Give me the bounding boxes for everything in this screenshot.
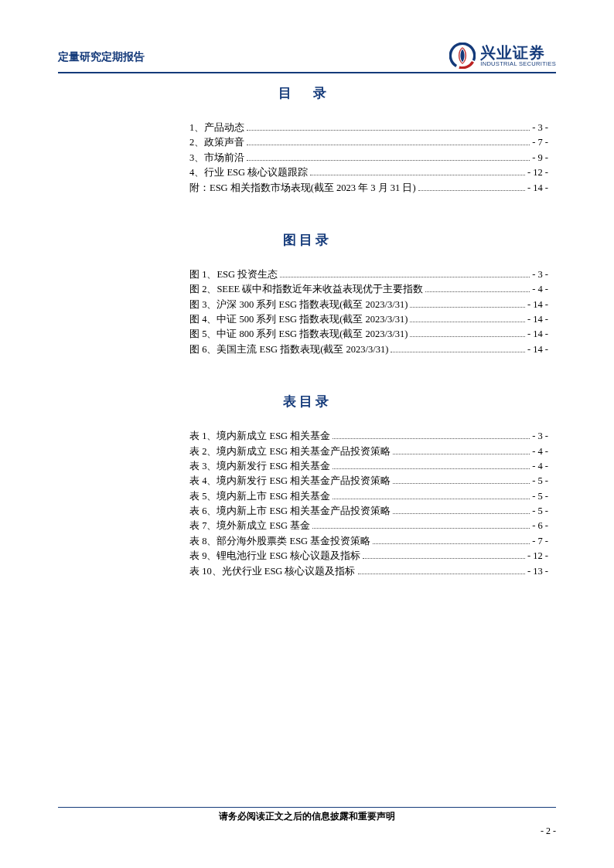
- table-item[interactable]: 表 7、境外新成立 ESG 基金- 6 -: [189, 519, 548, 533]
- figure-label: 图 5、中证 800 系列 ESG 指数表现(截至 2023/3/31): [189, 327, 408, 342]
- header-divider: [58, 72, 556, 73]
- toc-leader-dots: [410, 336, 525, 337]
- table-page: - 12 -: [527, 549, 548, 563]
- toc-leader-dots: [393, 513, 530, 514]
- page-number: - 2 -: [58, 825, 556, 837]
- toc-leader-dots: [312, 528, 530, 529]
- figure-item[interactable]: 图 2、SEEE 碳中和指数近年来收益表现优于主要指数- 4 -: [189, 282, 548, 297]
- table-label: 表 10、光伏行业 ESG 核心议题及指标: [189, 564, 356, 579]
- table-page: - 6 -: [532, 519, 548, 533]
- toc-list: 1、产品动态- 3 - 2、政策声音- 7 - 3、市场前沿- 9 - 4、行业…: [189, 121, 548, 196]
- toc-leader-dots: [333, 499, 530, 499]
- tables-heading: 表目录: [58, 393, 556, 410]
- toc-heading: 目 录: [58, 84, 556, 102]
- table-label: 表 9、锂电池行业 ESG 核心议题及指标: [189, 549, 360, 563]
- figure-page: - 3 -: [532, 267, 548, 282]
- toc-leader-dots: [393, 483, 530, 484]
- toc-leader-dots: [333, 468, 530, 469]
- toc-leader-dots: [247, 145, 530, 145]
- table-item[interactable]: 表 10、光伏行业 ESG 核心议题及指标- 13 -: [189, 564, 548, 579]
- toc-leader-dots: [393, 454, 530, 454]
- toc-leader-dots: [373, 543, 530, 544]
- toc-leader-dots: [310, 175, 525, 175]
- toc-page: - 14 -: [527, 181, 548, 196]
- toc-leader-dots: [363, 558, 525, 559]
- table-label: 表 8、部分海外股票类 ESG 基金投资策略: [189, 534, 370, 549]
- table-page: - 5 -: [532, 474, 548, 488]
- header: 定量研究定期报告 兴业证券 INDUSTRIAL SECURITIES: [58, 43, 556, 69]
- logo-text: 兴业证券 INDUSTRIAL SECURITIES: [480, 45, 556, 67]
- table-label: 表 3、境内新发行 ESG 相关基金: [189, 459, 330, 474]
- table-page: - 7 -: [532, 534, 548, 549]
- figure-page: - 14 -: [527, 298, 548, 312]
- toc-item[interactable]: 2、政策声音- 7 -: [189, 135, 548, 150]
- toc-leader-dots: [247, 130, 530, 131]
- page-footer: 请务必阅读正文之后的信息披露和重要声明 - 2 -: [58, 807, 556, 837]
- table-label: 表 7、境外新成立 ESG 基金: [189, 519, 310, 533]
- toc-page: - 9 -: [532, 151, 548, 165]
- figure-label: 图 6、美国主流 ESG 指数表现(截至 2023/3/31): [189, 342, 388, 357]
- table-page: - 13 -: [527, 564, 548, 579]
- figure-item[interactable]: 图 3、沪深 300 系列 ESG 指数表现(截至 2023/3/31)- 14…: [189, 298, 548, 312]
- footer-divider: [58, 807, 556, 808]
- figure-page: - 14 -: [527, 327, 548, 342]
- figure-label: 图 2、SEEE 碳中和指数近年来收益表现优于主要指数: [189, 282, 423, 297]
- figure-item[interactable]: 图 5、中证 800 系列 ESG 指数表现(截至 2023/3/31)- 14…: [189, 327, 548, 342]
- table-label: 表 5、境内新上市 ESG 相关基金: [189, 489, 330, 504]
- toc-leader-dots: [410, 307, 525, 308]
- table-label: 表 2、境内新成立 ESG 相关基金产品投资策略: [189, 444, 391, 459]
- toc-page: - 7 -: [532, 135, 548, 150]
- toc-leader-dots: [425, 291, 530, 292]
- logo-chinese: 兴业证券: [480, 45, 556, 61]
- figure-item[interactable]: 图 1、ESG 投资生态- 3 -: [189, 267, 548, 282]
- toc-item[interactable]: 3、市场前沿- 9 -: [189, 151, 548, 165]
- toc-page: - 3 -: [532, 121, 548, 135]
- figure-page: - 14 -: [527, 312, 548, 327]
- figure-label: 图 4、中证 500 系列 ESG 指数表现(截至 2023/3/31): [189, 312, 408, 327]
- tables-list: 表 1、境内新成立 ESG 相关基金- 3 - 表 2、境内新成立 ESG 相关…: [189, 429, 548, 579]
- table-item[interactable]: 表 3、境内新发行 ESG 相关基金- 4 -: [189, 459, 548, 474]
- figure-label: 图 3、沪深 300 系列 ESG 指数表现(截至 2023/3/31): [189, 298, 408, 312]
- toc-leader-dots: [410, 322, 525, 322]
- toc-label: 4、行业 ESG 核心议题跟踪: [189, 165, 308, 180]
- table-item[interactable]: 表 4、境内新发行 ESG 相关基金产品投资策略- 5 -: [189, 474, 548, 488]
- disclaimer-text: 请务必阅读正文之后的信息披露和重要声明: [58, 811, 556, 822]
- figure-page: - 14 -: [527, 342, 548, 357]
- table-item[interactable]: 表 5、境内新上市 ESG 相关基金- 5 -: [189, 489, 548, 504]
- table-page: - 5 -: [532, 504, 548, 519]
- doc-type-label: 定量研究定期报告: [58, 50, 145, 69]
- figure-item[interactable]: 图 4、中证 500 系列 ESG 指数表现(截至 2023/3/31)- 14…: [189, 312, 548, 327]
- figure-page: - 4 -: [532, 282, 548, 297]
- figures-heading: 图目录: [58, 231, 556, 249]
- table-page: - 3 -: [532, 429, 548, 444]
- table-page: - 4 -: [532, 459, 548, 474]
- table-item[interactable]: 表 9、锂电池行业 ESG 核心议题及指标- 12 -: [189, 549, 548, 563]
- table-page: - 4 -: [532, 444, 548, 459]
- toc-leader-dots: [333, 438, 530, 439]
- toc-label: 3、市场前沿: [189, 151, 244, 165]
- logo-swirl-icon: [449, 43, 476, 69]
- figure-item[interactable]: 图 6、美国主流 ESG 指数表现(截至 2023/3/31)- 14 -: [189, 342, 548, 357]
- toc-item[interactable]: 1、产品动态- 3 -: [189, 121, 548, 135]
- toc-item[interactable]: 4、行业 ESG 核心议题跟踪- 12 -: [189, 165, 548, 180]
- table-label: 表 4、境内新发行 ESG 相关基金产品投资策略: [189, 474, 391, 488]
- toc-leader-dots: [391, 352, 525, 352]
- table-item[interactable]: 表 2、境内新成立 ESG 相关基金产品投资策略- 4 -: [189, 444, 548, 459]
- company-logo: 兴业证券 INDUSTRIAL SECURITIES: [449, 43, 556, 69]
- table-item[interactable]: 表 6、境内新上市 ESG 相关基金产品投资策略- 5 -: [189, 504, 548, 519]
- toc-item[interactable]: 附：ESG 相关指数市场表现(截至 2023 年 3 月 31 日)- 14 -: [189, 181, 548, 196]
- figures-list: 图 1、ESG 投资生态- 3 - 图 2、SEEE 碳中和指数近年来收益表现优…: [189, 267, 548, 357]
- table-item[interactable]: 表 1、境内新成立 ESG 相关基金- 3 -: [189, 429, 548, 444]
- toc-leader-dots: [358, 574, 525, 574]
- toc-leader-dots: [418, 190, 525, 191]
- toc-label: 附：ESG 相关指数市场表现(截至 2023 年 3 月 31 日): [189, 181, 416, 196]
- figure-label: 图 1、ESG 投资生态: [189, 267, 278, 282]
- toc-page: - 12 -: [527, 165, 548, 180]
- toc-leader-dots: [280, 277, 530, 277]
- toc-leader-dots: [247, 160, 530, 161]
- table-label: 表 6、境内新上市 ESG 相关基金产品投资策略: [189, 504, 391, 519]
- table-label: 表 1、境内新成立 ESG 相关基金: [189, 429, 330, 444]
- logo-english: INDUSTRIAL SECURITIES: [480, 61, 556, 67]
- table-item[interactable]: 表 8、部分海外股票类 ESG 基金投资策略- 7 -: [189, 534, 548, 549]
- toc-label: 2、政策声音: [189, 135, 244, 150]
